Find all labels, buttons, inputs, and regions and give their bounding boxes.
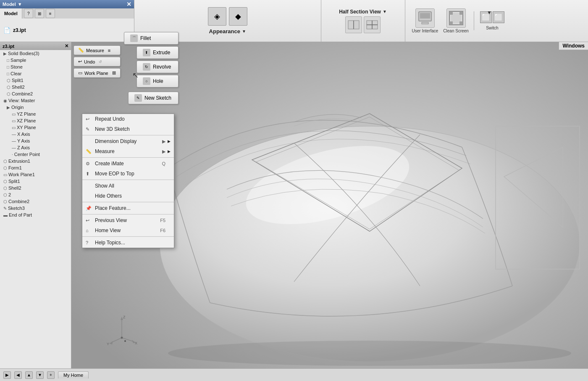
sketch-icon: ✎ — [134, 94, 142, 102]
sidebar-item[interactable]: ⬡ Combine2 — [0, 90, 71, 97]
status-icon-4[interactable]: ▼ — [36, 371, 44, 379]
svg-rect-11 — [420, 13, 430, 19]
sidebar-item[interactable]: □ Sample — [0, 57, 71, 64]
context-menu-item-hide-others[interactable]: Hide Others — [82, 191, 174, 201]
expand-icon: ▶ — [7, 105, 10, 110]
half-section-label[interactable]: Half Section View ▼ — [339, 9, 387, 15]
status-icon-3[interactable]: ▲ — [25, 371, 33, 379]
sidebar-item[interactable]: ✎ Sketch3 — [0, 205, 71, 212]
status-icon-add[interactable]: + — [47, 371, 55, 379]
model-title: Model — [3, 2, 16, 7]
svg-rect-18 — [459, 21, 463, 25]
svg-rect-12 — [422, 22, 428, 24]
help-icon[interactable]: ? — [24, 9, 33, 18]
svg-marker-26 — [109, 341, 113, 344]
axis-icon: — — [12, 146, 16, 150]
work-plane-button[interactable]: ▭ Work Plane ⊞ — [74, 68, 121, 78]
sidebar-item[interactable]: ▶ Origin — [0, 104, 71, 111]
sidebar-item[interactable]: — X Axis — [0, 131, 71, 138]
context-menu-item-create-imate[interactable]: ⚙ Create iMate Q — [82, 159, 174, 169]
help-icon: ? — [86, 240, 88, 245]
sidebar-item[interactable]: ▭ XZ Plane — [0, 117, 71, 124]
sidebar-item[interactable]: □ Stone — [0, 64, 71, 70]
plane-icon: ▭ — [3, 172, 7, 177]
sidebar-item[interactable]: ▬ End of Part — [0, 212, 71, 218]
context-menu-item-home-view[interactable]: ⌂ Home View F6 — [82, 225, 174, 235]
appearance-icon-1[interactable]: ◈ — [208, 7, 226, 26]
my-home-tab[interactable]: My Home — [58, 371, 89, 378]
sidebar-item[interactable]: ⬡ Shell2 — [0, 185, 71, 191]
revolve-button[interactable]: ↻ Revolve — [136, 61, 178, 73]
sidebar-close-icon[interactable]: ✕ — [65, 43, 68, 49]
context-menu-item-place-feature[interactable]: 📌 Place Feature... — [82, 203, 174, 213]
section-icon-1[interactable] — [345, 16, 362, 33]
context-menu-item-dimension-display[interactable]: Dimension Display ▶ — [82, 136, 174, 146]
plane-icon: ▭ — [12, 125, 16, 130]
sidebar-item[interactable]: ◉ View: Master — [0, 97, 71, 104]
section-icon-2[interactable] — [364, 16, 381, 33]
model-tab[interactable]: Model — [0, 8, 22, 19]
left-sidebar: z3.ipt ✕ ▶ Solid Bodies(3) □ Sample □ St… — [0, 42, 71, 368]
clean-screen-button[interactable]: Clean Screen — [443, 8, 469, 33]
measure-button[interactable]: 📏 Measure ≡ — [74, 45, 121, 55]
sidebar-item[interactable]: ⬡ Shell2 — [0, 84, 71, 90]
hole-icon: ○ — [143, 77, 150, 85]
context-menu-item-repeat-undo[interactable]: ↩ Repeat Undo — [82, 114, 174, 124]
place-feature-icon: 📌 — [86, 206, 92, 211]
sidebar-item[interactable]: ⬡ 2 — [0, 191, 71, 198]
context-menu-item-new-3d-sketch[interactable]: ✎ New 3D Sketch — [82, 124, 174, 134]
body-icon: □ — [7, 71, 9, 76]
toolbar-icon-1[interactable]: ⊞ — [35, 9, 44, 18]
status-icon-2[interactable]: ◀ — [14, 371, 22, 379]
svg-rect-17 — [449, 21, 453, 25]
sidebar-header: z3.ipt ✕ — [0, 42, 71, 50]
windows-section: Windows — [559, 42, 588, 50]
sidebar-item[interactable]: ⬡ Combine2 — [0, 198, 71, 205]
toolbar-tabs: Model ? ⊞ ≡ — [0, 8, 134, 19]
context-menu-item-help-topics[interactable]: ? Help Topics... — [82, 238, 174, 248]
context-menu-item-previous-view[interactable]: ↩ Previous View F5 — [82, 215, 174, 225]
sidebar-item[interactable]: □ Clear — [0, 70, 71, 77]
sidebar-item[interactable]: — Y Axis — [0, 138, 71, 144]
home-view-shortcut: F6 — [160, 228, 165, 233]
switch-icon-2: ⬜ — [493, 11, 504, 23]
undo-arrow-icon: ↺ — [99, 60, 102, 64]
sidebar-item[interactable]: ⬡ Form1 — [0, 164, 71, 171]
new-sketch-button[interactable]: ✎ New Sketch — [128, 92, 178, 104]
sketch-icon: ✎ — [3, 206, 7, 211]
move-eop-icon: ⬆ — [86, 171, 89, 177]
sidebar-item[interactable]: ⬡ Split1 — [0, 77, 71, 84]
fillet-button[interactable]: ⌒ Fillet — [124, 32, 178, 45]
sidebar-item[interactable]: — Z Axis — [0, 144, 71, 151]
switch-button[interactable]: ⬜ ⬜ ▼ Switch — [474, 11, 504, 30]
context-menu-item-show-all[interactable]: Show All — [82, 181, 174, 191]
sidebar-item[interactable]: ▶ Solid Bodies(3) — [0, 50, 71, 57]
sidebar-item[interactable]: ⬡ Extrusion1 — [0, 158, 71, 164]
context-menu-item-measure[interactable]: 📏 Measure ▶ — [82, 146, 174, 156]
repeat-undo-icon: ↩ — [86, 116, 89, 122]
appearance-label[interactable]: Appearance ▼ — [209, 28, 246, 34]
switch-icon-group: ⬜ ⬜ ▼ — [480, 11, 504, 23]
svg-rect-16 — [459, 11, 463, 15]
sidebar-item[interactable]: ▭ XY Plane — [0, 124, 71, 131]
toolbar-icon-2[interactable]: ≡ — [46, 9, 55, 18]
context-menu-item-move-eop[interactable]: ⬆ Move EOP to Top — [82, 169, 174, 179]
revolve-icon: ↻ — [143, 63, 150, 71]
extrude-button[interactable]: ⬆ Extrude — [136, 46, 178, 59]
sidebar-item[interactable]: ▭ Work Plane1 — [0, 171, 71, 178]
svg-text:X: X — [135, 341, 137, 345]
point-icon: · — [12, 152, 13, 157]
sidebar-item[interactable]: ▭ YZ Plane — [0, 111, 71, 117]
sidebar-item[interactable]: · Center Point — [0, 151, 71, 158]
close-button[interactable]: ✕ — [126, 1, 131, 8]
undo-button[interactable]: ↩ Undo ↺ — [74, 57, 121, 66]
sidebar-item[interactable]: ⬡ Split1 — [0, 178, 71, 185]
appearance-icon-2[interactable]: ◆ — [229, 7, 247, 26]
user-interface-button[interactable]: User Interface — [412, 8, 438, 33]
title-dropdown[interactable]: ▼ — [18, 2, 22, 7]
status-icon-1[interactable]: ▶ — [3, 371, 11, 379]
plane-icon: ▭ — [12, 112, 16, 116]
hole-button[interactable]: ○ Hole — [136, 75, 178, 87]
dimension-submenu-arrow: ▶ — [162, 139, 165, 144]
feature-icon: ⬡ — [3, 199, 7, 204]
